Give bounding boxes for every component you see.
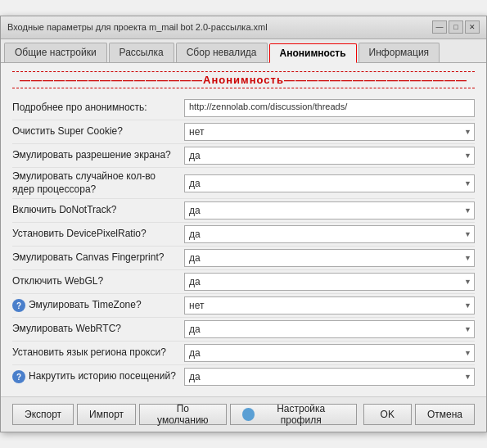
row-super-cookie: Очистить Super Cookie? нет да <box>12 120 475 144</box>
tab-collect[interactable]: Сбор невалида <box>176 43 268 62</box>
label-timezone: ? Эмулировать TimeZone? <box>12 299 184 312</box>
value-info-link: http://zennolab.com/discussion/threads/ <box>184 99 475 117</box>
select-do-not-track[interactable]: да нет <box>184 201 475 219</box>
import-button[interactable]: Импорт <box>77 404 136 425</box>
label-webgl: Отключить WebGL? <box>12 275 184 288</box>
select-history[interactable]: да нет <box>184 368 475 386</box>
label-history: ? Накрутить историю посещений? <box>12 370 184 383</box>
row-info-link: Подробнее про анонимность: http://zennol… <box>12 97 475 120</box>
main-window: Входные параметры для проекта m_mail bot… <box>0 16 487 432</box>
content-area: ————————————————Анонимность—————————————… <box>1 63 486 396</box>
default-button[interactable]: По умолчанию <box>139 404 227 425</box>
label-device-pixel-ratio: Установить DevicePixelRatio? <box>12 228 184 241</box>
close-button[interactable]: ✕ <box>465 20 480 34</box>
select-screen-resolution[interactable]: да нет <box>184 147 475 165</box>
select-wrapper-do-not-track: да нет <box>184 201 475 219</box>
help-icon-timezone[interactable]: ? <box>12 299 25 312</box>
title-bar: Входные параметры для проекта m_mail bot… <box>1 16 486 39</box>
row-screen-resolution: Эмулировать разрешение экрана? да нет <box>12 144 475 168</box>
select-webrtc[interactable]: да нет <box>184 320 475 338</box>
label-screen-resolution: Эмулировать разрешение экрана? <box>12 149 184 162</box>
select-super-cookie[interactable]: нет да <box>184 123 475 141</box>
tab-info[interactable]: Информация <box>358 43 440 62</box>
profile-settings-button[interactable]: Настройка профиля <box>230 404 357 425</box>
row-cpu-cores: Эмулировать случайное кол-во ядер процес… <box>12 168 475 199</box>
section-title: ————————————————Анонимность—————————————… <box>12 71 475 88</box>
export-button[interactable]: Экспорт <box>12 404 74 425</box>
tab-anonymity[interactable]: Анонимность <box>269 43 357 63</box>
label-webrtc: Эмулировать WebRTC? <box>12 323 184 336</box>
row-webrtc: Эмулировать WebRTC? да нет <box>12 318 475 342</box>
select-wrapper-screen-resolution: да нет <box>184 147 475 165</box>
value-super-cookie: нет да <box>184 123 475 141</box>
minimize-button[interactable]: — <box>432 20 447 34</box>
select-timezone[interactable]: нет да <box>184 296 475 315</box>
tabs-bar: Общие настройки Рассылка Сбор невалида А… <box>1 39 486 63</box>
profile-icon <box>242 408 255 421</box>
row-proxy-region-lang: Установить язык региона прокси? да нет <box>12 342 475 365</box>
select-wrapper-super-cookie: нет да <box>184 123 475 141</box>
select-cpu-cores[interactable]: да нет <box>184 174 475 192</box>
value-screen-resolution: да нет <box>184 147 475 165</box>
select-wrapper-webrtc: да нет <box>184 320 475 338</box>
select-proxy-region-lang[interactable]: да нет <box>184 344 475 362</box>
label-info-link: Подробнее про анонимность: <box>12 102 184 115</box>
form-rows: Подробнее про анонимность: http://zennol… <box>12 97 475 388</box>
select-device-pixel-ratio[interactable]: да нет <box>184 225 475 243</box>
select-wrapper-history: да нет <box>184 368 475 386</box>
value-webrtc: да нет <box>184 320 475 338</box>
value-do-not-track: да нет <box>184 201 475 219</box>
help-icon-history[interactable]: ? <box>12 370 25 383</box>
value-webgl: да нет <box>184 273 475 291</box>
value-cpu-cores: да нет <box>184 174 475 192</box>
label-cpu-cores: Эмулировать случайное кол-во ядер процес… <box>12 170 184 196</box>
footer: Экспорт Импорт По умолчанию Настройка пр… <box>1 396 486 432</box>
row-history: ? Накрутить историю посещений? да нет <box>12 365 475 388</box>
cancel-button[interactable]: Отмена <box>415 404 475 425</box>
value-device-pixel-ratio: да нет <box>184 225 475 243</box>
label-canvas-fingerprint: Эмулировать Canvas Fingerprint? <box>12 251 184 265</box>
window-title: Входные параметры для проекта m_mail bot… <box>7 22 432 32</box>
tab-mailing[interactable]: Рассылка <box>109 43 174 62</box>
row-webgl: Отключить WebGL? да нет <box>12 270 475 294</box>
select-webgl[interactable]: да нет <box>184 273 475 291</box>
row-device-pixel-ratio: Установить DevicePixelRatio? да нет <box>12 223 475 247</box>
ok-button[interactable]: OK <box>363 404 412 425</box>
label-do-not-track: Включить DoNotTrack? <box>12 204 184 217</box>
select-wrapper-cpu-cores: да нет <box>184 174 475 192</box>
label-super-cookie: Очистить Super Cookie? <box>12 125 184 138</box>
tab-general[interactable]: Общие настройки <box>4 43 107 62</box>
select-wrapper-device-pixel-ratio: да нет <box>184 225 475 243</box>
maximize-button[interactable]: □ <box>449 20 463 34</box>
select-wrapper-webgl: да нет <box>184 273 475 291</box>
value-proxy-region-lang: да нет <box>184 344 475 362</box>
value-history: да нет <box>184 368 475 386</box>
label-proxy-region-lang: Установить язык региона прокси? <box>12 346 184 360</box>
select-wrapper-canvas-fingerprint: да нет <box>184 249 475 267</box>
row-canvas-fingerprint: Эмулировать Canvas Fingerprint? да нет <box>12 247 475 270</box>
row-do-not-track: Включить DoNotTrack? да нет <box>12 199 475 223</box>
select-canvas-fingerprint[interactable]: да нет <box>184 249 475 267</box>
row-timezone: ? Эмулировать TimeZone? нет да <box>12 294 475 318</box>
select-wrapper-proxy-region-lang: да нет <box>184 344 475 362</box>
title-buttons: — □ ✕ <box>432 20 480 34</box>
select-wrapper-timezone: нет да <box>184 296 475 315</box>
value-timezone: нет да <box>184 296 475 315</box>
value-canvas-fingerprint: да нет <box>184 249 475 267</box>
link-field[interactable]: http://zennolab.com/discussion/threads/ <box>184 99 475 117</box>
